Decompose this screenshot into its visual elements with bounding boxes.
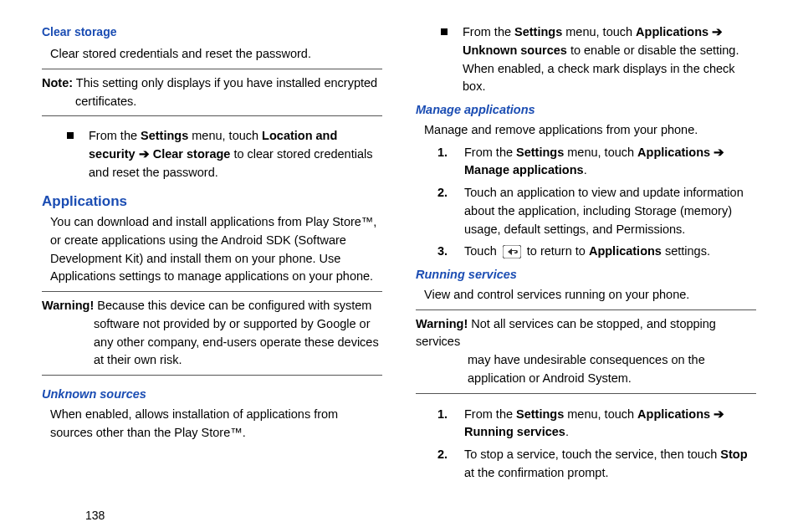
warning-block: Warning! Because this device can be conf… bbox=[42, 297, 382, 370]
text: settings. bbox=[662, 244, 710, 258]
heading-unknown-sources: Unknown sources bbox=[42, 386, 382, 404]
note-label: Note: bbox=[42, 76, 73, 90]
arrow-icon: ➔ bbox=[710, 407, 724, 421]
page-number: 138 bbox=[85, 507, 756, 524]
warning-label: Warning! bbox=[416, 317, 468, 330]
text: Touch bbox=[464, 244, 500, 258]
manage-step-2: 2. Touch an application to view and upda… bbox=[437, 184, 756, 238]
manage-intro: Manage and remove applications from your… bbox=[424, 121, 756, 140]
text: From the bbox=[464, 407, 516, 421]
heading-applications: Applications bbox=[42, 191, 382, 212]
text: at the confirmation prompt. bbox=[464, 466, 608, 479]
separator bbox=[416, 393, 756, 394]
separator bbox=[42, 69, 382, 69]
back-icon bbox=[503, 245, 521, 258]
text-bold: Running services bbox=[464, 425, 565, 438]
text-bold: Applications bbox=[637, 146, 710, 159]
step-text: From the Settings menu, touch Applicatio… bbox=[464, 144, 756, 181]
running-step-2: 2. To stop a service, touch the service,… bbox=[437, 446, 756, 483]
text: To stop a service, touch the service, th… bbox=[464, 448, 720, 461]
text: . bbox=[584, 163, 587, 176]
text: From the bbox=[464, 146, 516, 159]
note-text-line1: This setting only displays if you have i… bbox=[73, 76, 377, 90]
arrow-icon: ➔ bbox=[136, 147, 153, 161]
list-number: 2. bbox=[437, 446, 453, 464]
text-bold: Clear storage bbox=[153, 147, 231, 161]
text-bold: Unknown sources bbox=[463, 43, 567, 57]
separator bbox=[416, 309, 756, 310]
step-text: From the Settings menu, touch Location a… bbox=[89, 127, 382, 182]
separator bbox=[42, 291, 382, 292]
note-block: Note: This setting only displays if you … bbox=[42, 74, 382, 111]
heading-clear-storage: Clear storage bbox=[42, 23, 382, 41]
warning-text-line2: software not provided by or supported by… bbox=[94, 315, 382, 370]
page-columns: Clear storage Clear stored credentials a… bbox=[42, 23, 756, 492]
unknown-sources-step: From the Settings menu, touch Applicatio… bbox=[441, 23, 756, 96]
text: menu, touch bbox=[562, 25, 636, 38]
text: . bbox=[565, 425, 569, 438]
text-bold: Applications bbox=[636, 25, 708, 38]
bullet-icon bbox=[67, 132, 74, 139]
manage-step-1: 1. From the Settings menu, touch Applica… bbox=[437, 144, 756, 181]
text-bold: Applications bbox=[589, 244, 662, 258]
text-bold: Settings bbox=[516, 146, 564, 159]
arrow-icon: ➔ bbox=[710, 146, 724, 159]
manage-step-3: 3. Touch to return to Applications setti… bbox=[437, 243, 756, 261]
running-step-1: 1. From the Settings menu, touch Applica… bbox=[437, 406, 756, 442]
text: From the bbox=[89, 129, 141, 142]
list-number: 3. bbox=[437, 243, 453, 261]
step-text: From the Settings menu, touch Applicatio… bbox=[464, 406, 756, 442]
warning-label: Warning! bbox=[42, 299, 94, 312]
text: menu, touch bbox=[564, 407, 637, 421]
step-text: To stop a service, touch the service, th… bbox=[464, 446, 756, 483]
text-bold: Manage applications bbox=[464, 163, 584, 176]
list-number: 1. bbox=[437, 406, 453, 424]
text-bold: Applications bbox=[637, 407, 710, 421]
text-bold: Settings bbox=[141, 129, 188, 142]
step-text: Touch to return to Applications settings… bbox=[464, 243, 710, 261]
text: menu, touch bbox=[564, 146, 637, 159]
warning-block: Warning! Not all services can be stopped… bbox=[416, 315, 756, 388]
separator bbox=[42, 375, 382, 376]
applications-intro: You can download and install application… bbox=[50, 213, 382, 286]
note-text-line2: certificates. bbox=[75, 93, 382, 111]
arrow-icon: ➔ bbox=[708, 25, 723, 38]
clear-storage-step: From the Settings menu, touch Location a… bbox=[67, 127, 382, 182]
left-column: Clear storage Clear stored credentials a… bbox=[42, 23, 382, 492]
bullet-icon bbox=[441, 28, 448, 35]
unknown-sources-intro: When enabled, allows installation of app… bbox=[50, 406, 382, 442]
right-column: From the Settings menu, touch Applicatio… bbox=[416, 23, 756, 492]
step-text: From the Settings menu, touch Applicatio… bbox=[463, 23, 756, 96]
list-number: 1. bbox=[437, 144, 453, 162]
separator bbox=[42, 115, 382, 116]
text: to return to bbox=[524, 244, 589, 258]
text-bold: Settings bbox=[516, 407, 564, 421]
list-number: 2. bbox=[437, 184, 453, 202]
warning-text-line2: may have undesirable consequences on the… bbox=[468, 351, 756, 388]
heading-running-services: Running services bbox=[416, 266, 756, 284]
text-bold: Stop bbox=[720, 448, 747, 461]
clear-storage-intro: Clear stored credentials and reset the p… bbox=[50, 45, 382, 64]
step-text: Touch an application to view and update … bbox=[464, 184, 756, 238]
text: menu, touch bbox=[188, 129, 262, 142]
running-intro: View and control services running on you… bbox=[424, 286, 756, 304]
warning-text-line1: Because this device can be configured wi… bbox=[94, 299, 371, 312]
heading-manage-applications: Manage applications bbox=[416, 101, 756, 120]
text-bold: Settings bbox=[514, 25, 562, 38]
text: From the bbox=[463, 25, 514, 38]
